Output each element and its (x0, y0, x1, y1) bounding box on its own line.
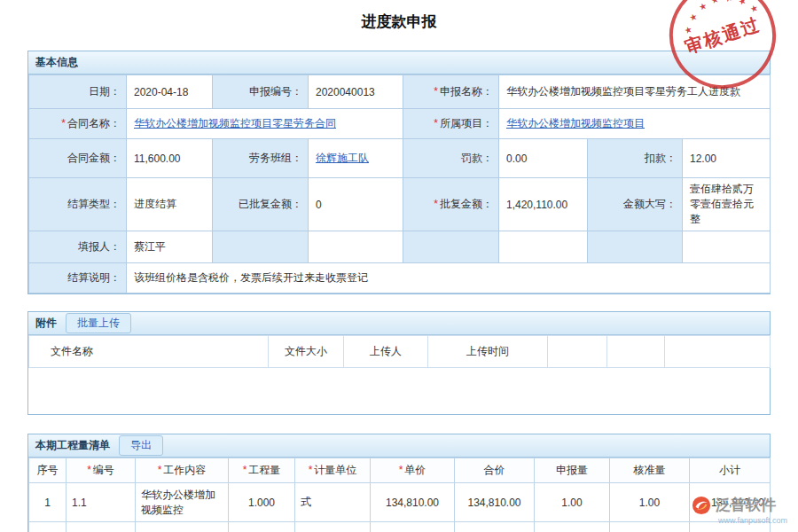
item-quantity: 1.000 (229, 522, 295, 532)
basic-info-row: 结算类型： 进度结算 已批复金额： 0 *批复金额： 1,420,110.00 … (29, 178, 771, 231)
attachments-empty-body (28, 368, 770, 414)
column-total: 合价 (455, 458, 535, 483)
basic-info-panel: 基本信息 日期： 2020-04-18 申报编号： 2020040013 *申报… (27, 51, 771, 294)
attachment-column-uploader: 上传人 (344, 336, 428, 368)
page-title: 进度款申报 (0, 0, 798, 32)
column-declared-qty: 申报量 (535, 458, 610, 483)
column-content: *工作内容 (136, 458, 229, 483)
attachment-column-file-name: 文件名称 (29, 336, 269, 368)
batch-upload-button[interactable]: 批量上传 (66, 313, 131, 333)
empty-label-cell (403, 231, 499, 263)
date-value: 2020-04-18 (127, 75, 213, 109)
amount-in-words-label: 金额大写： (588, 178, 683, 231)
amount-in-words-value: 壹佰肆拾贰万零壹佰壹拾元整 (683, 178, 771, 231)
empty-value-cell (499, 231, 588, 263)
column-seq: 序号 (29, 458, 66, 483)
penalty-label: 罚款： (403, 139, 499, 178)
attachments-panel: 附件 批量上传 文件名称 文件大小 上传人 上传时间 (27, 311, 771, 415)
required-marker: * (87, 464, 91, 476)
page: 进度款申报 ★ ★ ★ ★ ★ ★ ★ 审核通过 基本信息 日期： 2020-0… (0, 0, 798, 532)
required-marker: * (399, 464, 403, 476)
quantity-list-table: 序号 *编号 *工作内容 *工程量 *计量单位 *单价 合价 申报量 核准量 小… (28, 458, 771, 532)
project-label-text: 所属项目： (440, 117, 493, 129)
basic-info-row: 填报人： 蔡江平 (29, 231, 771, 263)
attachment-column-upload-time: 上传时间 (428, 336, 548, 368)
item-quantity: 1.000 (229, 483, 295, 522)
project-link[interactable]: 华软办公楼增加视频监控项目 (506, 117, 645, 129)
column-unit-text: 计量单位 (314, 464, 356, 476)
item-code: 1.1 (66, 483, 136, 522)
item-total: 1,283,000.00 (455, 522, 535, 532)
required-marker: * (434, 85, 438, 98)
quantity-list-header: 本期工程量清单 导出 (28, 434, 770, 458)
attachments-title: 附件 (35, 316, 57, 331)
item-subtotal: 134,810.00 (690, 483, 771, 522)
project-cell: 华软办公楼增加视频监控项目 (499, 109, 771, 139)
labor-team-label: 劳务班组： (213, 139, 309, 178)
attachments-header-row: 文件名称 文件大小 上传人 上传时间 (29, 336, 771, 368)
reply-amount-label: *批复金额： (403, 178, 499, 231)
quantity-list-panel: 本期工程量清单 导出 序号 *编号 *工作内容 *工程量 *计量单位 *单价 合… (27, 434, 771, 532)
required-marker: * (61, 117, 66, 129)
empty-label-cell (213, 231, 309, 263)
settlement-type-value: 进度结算 (127, 178, 213, 231)
attachment-column-empty (548, 336, 607, 368)
contract-amount-label: 合同金额： (29, 139, 127, 178)
labor-team-link[interactable]: 徐辉施工队 (316, 152, 369, 164)
preparer-value: 蔡江平 (127, 231, 213, 263)
item-declared-qty: 1.00 (535, 522, 610, 532)
settlement-type-label: 结算类型： (29, 178, 127, 231)
declaration-no-value: 2020040013 (309, 75, 403, 109)
column-unit-price-text: 单价 (404, 464, 426, 476)
attachment-column-empty (665, 336, 771, 368)
quantity-list-header-row: 序号 *编号 *工作内容 *工程量 *计量单位 *单价 合价 申报量 核准量 小… (29, 458, 771, 483)
contract-name-link[interactable]: 华软办公楼增加视频监控项目零星劳务合同 (134, 117, 336, 129)
column-content-text: 工作内容 (163, 464, 206, 476)
attachments-table: 文件名称 文件大小 上传人 上传时间 (28, 335, 771, 368)
contract-amount-value: 11,600.00 (127, 139, 213, 178)
column-unit-price: *单价 (371, 458, 455, 483)
item-approved-qty: 1.00 (610, 483, 690, 522)
settlement-note-label: 结算说明： (29, 263, 127, 293)
basic-info-title: 基本信息 (35, 55, 78, 70)
item-total: 134,810.00 (455, 483, 535, 522)
item-unit: 项 (295, 522, 371, 532)
item-approved-qty: 1.00 (610, 522, 690, 532)
date-label: 日期： (29, 75, 127, 109)
declaration-name-label-text: 申报名称： (440, 85, 493, 98)
empty-value-cell (309, 231, 403, 263)
approved-amount-label: 已批复金额： (213, 178, 309, 231)
item-row: 2 1.2 场地平整 1.000 项 1,283,000.00 1,283,00… (29, 522, 771, 532)
required-marker: * (243, 464, 247, 476)
column-code-text: 编号 (93, 464, 114, 476)
penalty-value: 0.00 (499, 139, 588, 178)
item-row: 1 1.1 华软办公楼增加视频监控 1.000 式 134,810.00 134… (29, 483, 771, 522)
column-unit: *计量单位 (295, 458, 371, 483)
item-unit: 式 (295, 483, 371, 522)
item-content: 华软办公楼增加视频监控 (136, 483, 229, 522)
basic-info-row: *合同名称： 华软办公楼增加视频监控项目零星劳务合同 *所属项目： 华软办公楼增… (29, 109, 771, 139)
attachment-column-empty (607, 336, 665, 368)
deduction-label: 扣款： (588, 139, 683, 178)
column-code: *编号 (66, 458, 136, 483)
labor-team-cell: 徐辉施工队 (309, 139, 403, 178)
item-code: 1.2 (66, 522, 136, 532)
item-content: 场地平整 (136, 522, 229, 532)
basic-info-table: 日期： 2020-04-18 申报编号： 2020040013 *申报名称： 华… (28, 74, 771, 293)
attachments-header: 附件 批量上传 (28, 312, 770, 335)
declaration-name-label: *申报名称： (403, 75, 499, 109)
item-seq: 2 (29, 522, 66, 532)
reply-amount-label-text: 批复金额： (440, 198, 493, 210)
declaration-name-value: 华软办公楼增加视频监控项目零星劳务工人进度款 (499, 75, 771, 109)
export-button[interactable]: 导出 (119, 435, 163, 456)
item-unit-price: 1,283,000.00 (371, 522, 455, 532)
declaration-no-label: 申报编号： (213, 75, 309, 109)
reply-amount-value: 1,420,110.00 (499, 178, 588, 231)
settlement-note-value: 该班组价格是含税价，发票后续开过来走收票登记 (127, 263, 771, 293)
quantity-list-title: 本期工程量清单 (35, 438, 110, 453)
column-quantity-text: 工程量 (248, 464, 280, 476)
empty-label-cell (588, 231, 683, 263)
item-subtotal: 1,283,000.00 (690, 522, 771, 532)
deduction-value: 12.00 (683, 139, 771, 178)
column-subtotal: 小计 (690, 458, 771, 483)
